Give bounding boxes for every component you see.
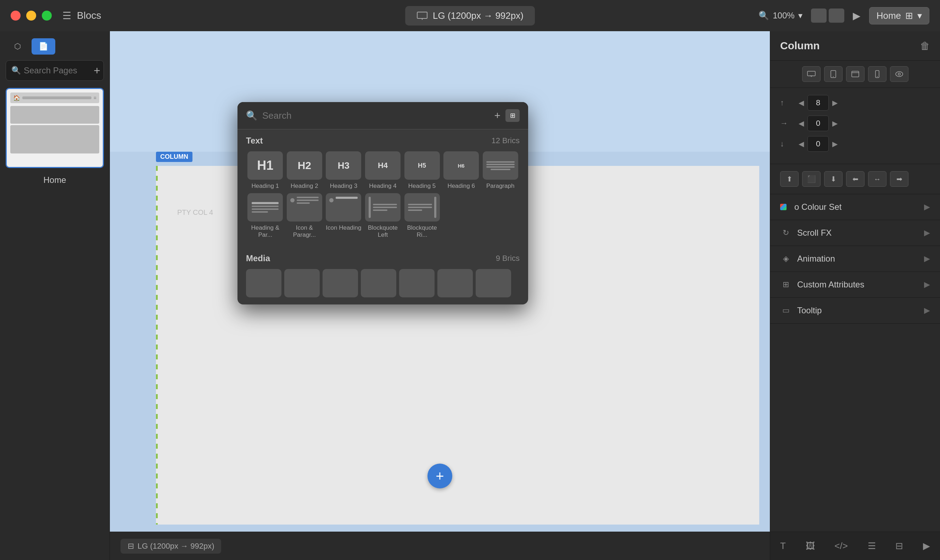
pages-icon: 📄 xyxy=(38,42,48,51)
bric-item-h6[interactable]: H6 Heading 6 xyxy=(443,151,479,189)
tooltip-row[interactable]: ▭ Tooltip ▶ xyxy=(770,298,940,324)
bric-label-h5: Heading 5 xyxy=(408,183,436,189)
padding-bottom-left-arrow[interactable]: ◀ xyxy=(798,140,804,148)
mobile-view-btn[interactable] xyxy=(868,66,886,82)
toolbar-text-btn[interactable]: T xyxy=(780,540,786,551)
padding-top-left-arrow[interactable]: ◀ xyxy=(798,98,804,107)
play-button[interactable]: ▶ xyxy=(853,10,861,22)
bq-lines-right xyxy=(408,197,432,218)
bric-item-icon-para[interactable]: Icon & Paragr... xyxy=(287,193,323,238)
media-thumb-4[interactable] xyxy=(361,269,396,297)
desktop-view-btn[interactable] xyxy=(802,66,820,82)
dot-icon xyxy=(290,198,295,202)
toolbar-list-btn[interactable]: ☰ xyxy=(868,540,876,551)
toolbar-code-btn[interactable]: </> xyxy=(834,540,848,551)
page-thumbnail-home[interactable]: 🏠 ≡ xyxy=(6,88,104,168)
bric-search-add-button[interactable]: + xyxy=(494,109,500,122)
align-bottom-btn[interactable]: ⬇ xyxy=(824,171,843,187)
bq-line-r1 xyxy=(408,204,432,205)
bric-search-grid-button[interactable]: ⊞ xyxy=(505,109,520,122)
device-selector[interactable]: LG (1200px → 992px) xyxy=(405,6,535,26)
tab-layers[interactable]: ⬡ xyxy=(7,38,28,55)
colour-set-row[interactable]: o Colour Set ▶ xyxy=(770,194,940,220)
bric-item-h4[interactable]: H4 Heading 4 xyxy=(365,151,401,189)
scroll-fx-icon: ↻ xyxy=(780,228,791,237)
align-right-btn[interactable]: ➡ xyxy=(890,171,908,187)
add-page-button[interactable]: + xyxy=(94,64,100,77)
tooltip-arrow: ▶ xyxy=(924,306,930,315)
add-bric-button[interactable]: + xyxy=(428,464,452,488)
align-left-btn[interactable]: ⬅ xyxy=(846,171,865,187)
view-mode-buttons xyxy=(770,61,940,88)
custom-attributes-row[interactable]: ⊞ Custom Attributes ▶ xyxy=(770,272,940,298)
dot-icon-2 xyxy=(329,198,334,202)
svg-rect-3 xyxy=(808,71,815,76)
toolbar-table-btn[interactable]: ⊟ xyxy=(895,540,903,551)
toolbar-image-btn[interactable]: 🖼 xyxy=(806,540,815,551)
bq-line-1 xyxy=(373,204,397,205)
delete-button[interactable]: 🗑 xyxy=(920,40,930,52)
view-button-2[interactable] xyxy=(829,9,844,23)
padding-right-left-arrow[interactable]: ◀ xyxy=(798,119,804,128)
align-center-btn[interactable]: ↔ xyxy=(868,171,886,187)
padding-top-value: 8 xyxy=(808,95,829,111)
menu-icon[interactable]: ☰ xyxy=(62,10,71,22)
tooltip-icon: ▭ xyxy=(780,306,791,315)
bric-item-heading-para[interactable]: Heading & Par... xyxy=(248,193,283,238)
bric-item-para[interactable]: Paragraph xyxy=(482,151,518,189)
padding-top-row: ↑ ◀ 8 ▶ xyxy=(780,95,930,111)
padding-right-right-arrow[interactable]: ▶ xyxy=(832,119,838,128)
scroll-fx-arrow: ▶ xyxy=(924,228,930,237)
padding-bottom-right-arrow[interactable]: ▶ xyxy=(832,140,838,148)
bric-category-header-media: Media 9 Brics xyxy=(246,254,520,263)
chevron-down-icon: ▾ xyxy=(798,11,803,20)
custom-attributes-arrow: ▶ xyxy=(924,280,930,289)
bric-item-h1[interactable]: H1 Heading 1 xyxy=(248,151,283,189)
column-stripe xyxy=(156,166,158,525)
animation-label: Animation xyxy=(797,254,835,264)
para-line-2 xyxy=(486,164,515,165)
bric-item-h2[interactable]: H2 Heading 2 xyxy=(287,151,323,189)
bric-thumb-icon-para xyxy=(287,193,322,222)
window-view-btn[interactable] xyxy=(846,66,865,82)
eye-view-btn[interactable] xyxy=(890,66,908,82)
padding-right-value: 0 xyxy=(808,115,829,131)
para-line-3 xyxy=(486,166,515,168)
media-thumb-2[interactable] xyxy=(284,269,320,297)
bric-search-input[interactable] xyxy=(262,110,489,121)
bric-item-blockquote-right[interactable]: Blockquote Ri... xyxy=(404,193,440,238)
chevron-down-icon-page: ▾ xyxy=(917,10,922,21)
animation-row[interactable]: ◈ Animation ▶ xyxy=(770,246,940,272)
media-thumb-1[interactable] xyxy=(246,269,282,297)
bric-item-icon-heading[interactable]: Icon Heading xyxy=(326,193,362,238)
main-canvas: COLUMN PTY COL 4 + ⊟ LG (1200px → 992px)… xyxy=(110,31,770,560)
page-dropdown[interactable]: Home ⊞ ▾ xyxy=(869,7,929,25)
bric-item-h3[interactable]: H3 Heading 3 xyxy=(326,151,362,189)
maximize-button[interactable] xyxy=(42,11,52,20)
eye-icon xyxy=(895,71,903,77)
para-line-c xyxy=(252,211,268,213)
tab-pages[interactable]: 📄 xyxy=(32,38,55,55)
bric-item-h5[interactable]: H5 Heading 5 xyxy=(404,151,440,189)
padding-top-right-arrow[interactable]: ▶ xyxy=(832,98,838,107)
close-button[interactable] xyxy=(11,11,20,20)
grid-icon: ⊞ xyxy=(905,10,913,21)
minimize-button[interactable] xyxy=(26,11,36,20)
view-button-1[interactable] xyxy=(811,9,826,23)
desktop-icon xyxy=(807,71,815,77)
media-thumb-5[interactable] xyxy=(399,269,435,297)
padding-bottom-row: ↓ ◀ 0 ▶ xyxy=(780,136,930,152)
media-thumb-7[interactable] xyxy=(476,269,511,297)
media-thumb-3[interactable] xyxy=(323,269,358,297)
scroll-fx-row[interactable]: ↻ Scroll FX ▶ xyxy=(770,220,940,246)
bric-item-blockquote-left[interactable]: Blockquote Left xyxy=(365,193,401,238)
media-thumb-6[interactable] xyxy=(437,269,473,297)
align-middle-btn[interactable]: ⬛ xyxy=(802,171,820,187)
title-bar: ☰ Blocs LG (1200px → 992px) 🔍 100% ▾ ▶ H… xyxy=(0,0,940,31)
zoom-control[interactable]: 🔍 100% ▾ xyxy=(758,11,802,20)
bric-category-media: Media 9 Brics xyxy=(237,247,528,305)
toolbar-video-btn[interactable]: ▶ xyxy=(923,540,930,551)
app-title: Blocs xyxy=(77,10,101,21)
align-top-btn[interactable]: ⬆ xyxy=(780,171,798,187)
tablet-view-btn[interactable] xyxy=(824,66,843,82)
